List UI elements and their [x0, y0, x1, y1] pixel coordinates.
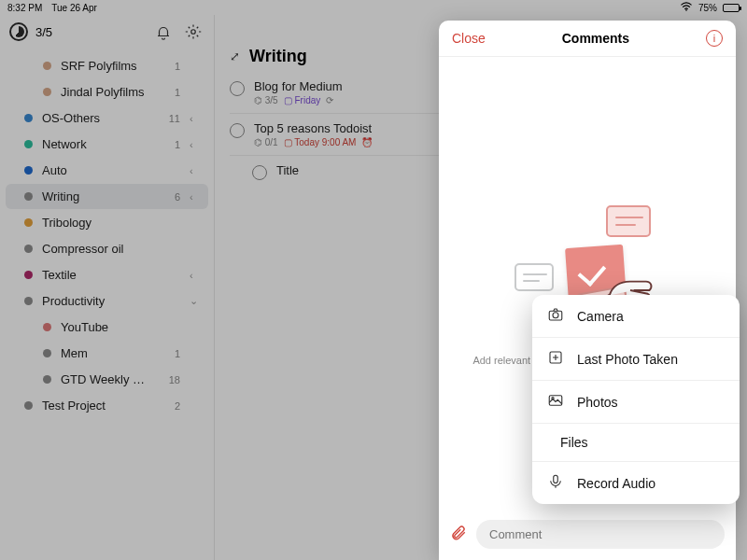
info-icon[interactable]: i	[706, 30, 723, 47]
menu-item-label: Record Audio	[577, 476, 655, 491]
menu-item-last-photo[interactable]: Last Photo Taken	[532, 337, 740, 380]
menu-item-label: Files	[560, 435, 588, 450]
menu-item-mic[interactable]: Record Audio	[532, 461, 740, 504]
menu-item-label: Last Photo Taken	[577, 352, 678, 367]
last-photo-icon	[547, 349, 564, 369]
menu-item-photos[interactable]: Photos	[532, 380, 740, 423]
comment-input[interactable]	[476, 520, 725, 549]
svg-point-3	[553, 313, 558, 318]
mic-icon	[547, 473, 564, 493]
panel-title: Comments	[486, 31, 706, 46]
photos-icon	[547, 392, 564, 412]
svg-rect-7	[554, 475, 558, 483]
close-button[interactable]: Close	[452, 31, 486, 46]
attachment-icon[interactable]	[450, 525, 467, 545]
attachment-menu: CameraLast Photo TakenPhotosFilesRecord …	[532, 295, 740, 504]
menu-item-label: Photos	[577, 395, 618, 410]
menu-item-files[interactable]: Files	[532, 423, 740, 461]
menu-item-label: Camera	[577, 309, 624, 324]
menu-item-camera[interactable]: Camera	[532, 295, 740, 337]
camera-icon	[547, 306, 564, 326]
